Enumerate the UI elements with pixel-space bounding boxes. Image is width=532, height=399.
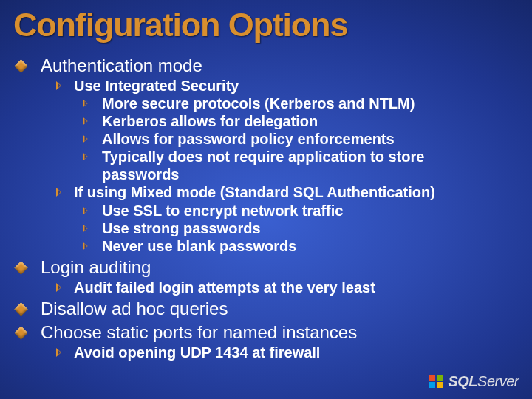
list-item: Use SSL to encrypt network traffic bbox=[83, 202, 519, 219]
bullet-label: Authentication mode bbox=[41, 55, 202, 77]
list-item: Choose static ports for named instances … bbox=[13, 321, 519, 361]
chevron-icon bbox=[83, 153, 90, 160]
chevron-icon bbox=[56, 283, 64, 292]
diamond-icon bbox=[14, 326, 27, 339]
bullet-label: Use SSL to encrypt network traffic bbox=[102, 202, 343, 219]
bullet-label: Choose static ports for named instances bbox=[41, 321, 357, 344]
list-item: Typically does not require application t… bbox=[83, 148, 519, 183]
logo-brand2: Server bbox=[477, 373, 519, 389]
product-logo: SQLServer bbox=[429, 373, 519, 390]
diamond-icon bbox=[14, 302, 27, 316]
bullet-label: Audit failed login attempts at the very … bbox=[74, 279, 375, 296]
bullet-label: Typically does not require application t… bbox=[102, 148, 486, 183]
bullet-label: Never use blank passwords bbox=[102, 237, 296, 255]
chevron-icon bbox=[56, 348, 64, 357]
chevron-icon bbox=[83, 207, 90, 214]
list-item: Kerberos allows for delegation bbox=[83, 112, 519, 130]
logo-text: SQLServer bbox=[448, 373, 519, 390]
chevron-icon bbox=[83, 242, 90, 250]
bullet-label: Login auditing bbox=[41, 256, 151, 279]
diamond-icon bbox=[14, 261, 27, 274]
chevron-icon bbox=[83, 225, 90, 232]
list-item: Disallow ad hoc queries bbox=[13, 298, 519, 320]
list-item: Login auditing Audit failed login attemp… bbox=[13, 256, 519, 296]
chevron-icon bbox=[83, 100, 90, 107]
slide-title: Configuration Options bbox=[13, 6, 519, 44]
bullet-label: Use Integrated Security bbox=[74, 77, 239, 95]
list-item: If using Mixed mode (Standard SQL Authen… bbox=[56, 183, 519, 254]
list-item: Audit failed login attempts at the very … bbox=[56, 279, 519, 296]
logo-brand1: SQL bbox=[448, 373, 477, 389]
bullet-label: If using Mixed mode (Standard SQL Authen… bbox=[74, 183, 435, 201]
chevron-icon bbox=[56, 81, 64, 90]
bullet-label: Use strong passwords bbox=[102, 219, 261, 237]
slide: Configuration Options Authentication mod… bbox=[0, 0, 532, 399]
chevron-icon bbox=[83, 117, 90, 125]
bullet-label: Disallow ad hoc queries bbox=[41, 298, 228, 320]
bullet-label: Kerberos allows for delegation bbox=[102, 112, 318, 130]
bullet-label: Allows for password policy enforcements bbox=[102, 130, 395, 148]
bullet-label: Avoid opening UDP 1434 at firewall bbox=[74, 344, 320, 361]
list-item: More secure protocols (Kerberos and NTLM… bbox=[83, 95, 519, 112]
logo-mark-icon bbox=[429, 375, 444, 389]
list-item: Allows for password policy enforcements bbox=[83, 130, 519, 148]
list-item: Avoid opening UDP 1434 at firewall bbox=[56, 344, 519, 361]
chevron-icon bbox=[83, 135, 90, 143]
list-item: Use Integrated Security More secure prot… bbox=[56, 77, 519, 183]
chevron-icon bbox=[56, 188, 64, 197]
list-item: Never use blank passwords bbox=[83, 237, 519, 255]
bullet-list: Authentication mode Use Integrated Secur… bbox=[13, 55, 519, 362]
list-item: Use strong passwords bbox=[83, 219, 519, 237]
list-item: Authentication mode Use Integrated Secur… bbox=[13, 55, 519, 255]
bullet-label: More secure protocols (Kerberos and NTLM… bbox=[102, 95, 415, 112]
diamond-icon bbox=[14, 59, 27, 72]
